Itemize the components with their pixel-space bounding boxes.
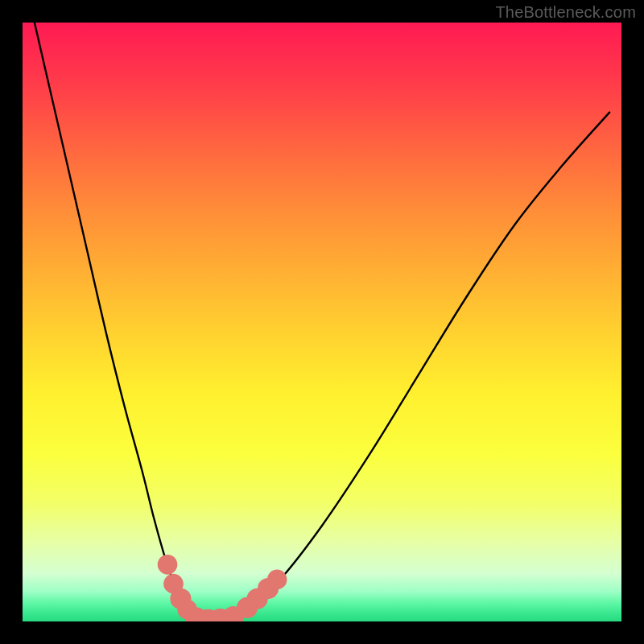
bottleneck-curve: [35, 23, 609, 621]
watermark-text: TheBottleneck.com: [495, 3, 636, 22]
chart-frame: TheBottleneck.com: [0, 0, 644, 644]
curve-marker: [267, 570, 287, 590]
curve-layer: [23, 23, 621, 621]
curve-marker: [158, 555, 178, 575]
curve-markers: [158, 555, 287, 621]
plot-area: [23, 23, 621, 621]
